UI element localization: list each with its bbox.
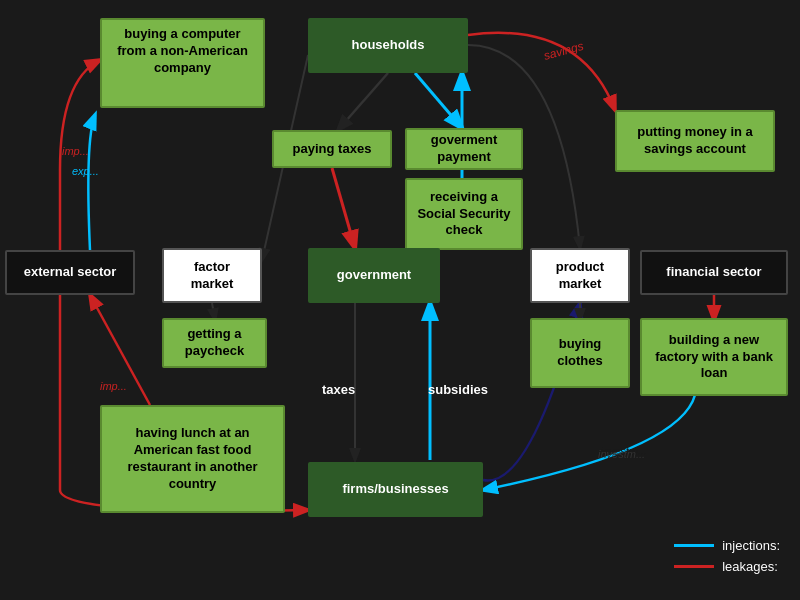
- households-label: households: [352, 37, 425, 54]
- receiving-ss-label: receiving a Social Security check: [415, 189, 513, 240]
- putting-money-node: putting money in a savings account: [615, 110, 775, 172]
- firms-node: firms/businesses: [308, 462, 483, 517]
- financial-sector-label: financial sector: [666, 264, 761, 281]
- product-market-label: product market: [540, 259, 620, 293]
- building-factory-node: building a new factory with a bank loan: [640, 318, 788, 396]
- leakages-label: leakages:: [722, 559, 778, 574]
- getting-paycheck-label: getting a paycheck: [172, 326, 257, 360]
- exports-label: exp...: [72, 165, 99, 177]
- financial-sector-node: financial sector: [640, 250, 788, 295]
- external-sector-label: external sector: [24, 264, 117, 281]
- getting-paycheck-node: getting a paycheck: [162, 318, 267, 368]
- savings-label: savings: [542, 39, 585, 63]
- subsidies-label: subsidies: [428, 382, 488, 397]
- paying-taxes-label: paying taxes: [293, 141, 372, 158]
- putting-money-label: putting money in a savings account: [625, 124, 765, 158]
- factor-market-label: factor market: [172, 259, 252, 293]
- factor-market-node: factor market: [162, 248, 262, 303]
- households-node: households: [308, 18, 468, 73]
- lunch-country-node: having lunch at an American fast food re…: [100, 405, 285, 513]
- taxes-label: taxes: [322, 382, 355, 397]
- injections-label: injections:: [722, 538, 780, 553]
- paying-taxes-node: paying taxes: [272, 130, 392, 168]
- govt-payment-label: goverment payment: [415, 132, 513, 166]
- building-factory-label: building a new factory with a bank loan: [650, 332, 778, 383]
- injections-line: [674, 544, 714, 547]
- government-node: government: [308, 248, 440, 303]
- buying-computer-label: buying a computer from a non-American co…: [117, 26, 248, 75]
- investment-label-div: investm...: [598, 448, 645, 460]
- imports-label-2: imp...: [100, 380, 127, 392]
- buying-clothes-label: buying clothes: [540, 336, 620, 370]
- lunch-country-label: having lunch at an American fast food re…: [110, 425, 275, 493]
- imports-label-1: imp...: [62, 145, 89, 157]
- receiving-ss-node: receiving a Social Security check: [405, 178, 523, 250]
- firms-label: firms/businesses: [342, 481, 448, 498]
- buying-computer-node: buying a computer from a non-American co…: [100, 18, 265, 108]
- product-market-node: product market: [530, 248, 630, 303]
- legend: injections: leakages:: [674, 538, 780, 580]
- government-label: government: [337, 267, 411, 284]
- buying-clothes-node: buying clothes: [530, 318, 630, 388]
- external-sector-node: external sector: [5, 250, 135, 295]
- govt-payment-node: goverment payment: [405, 128, 523, 170]
- leakages-line: [674, 565, 714, 568]
